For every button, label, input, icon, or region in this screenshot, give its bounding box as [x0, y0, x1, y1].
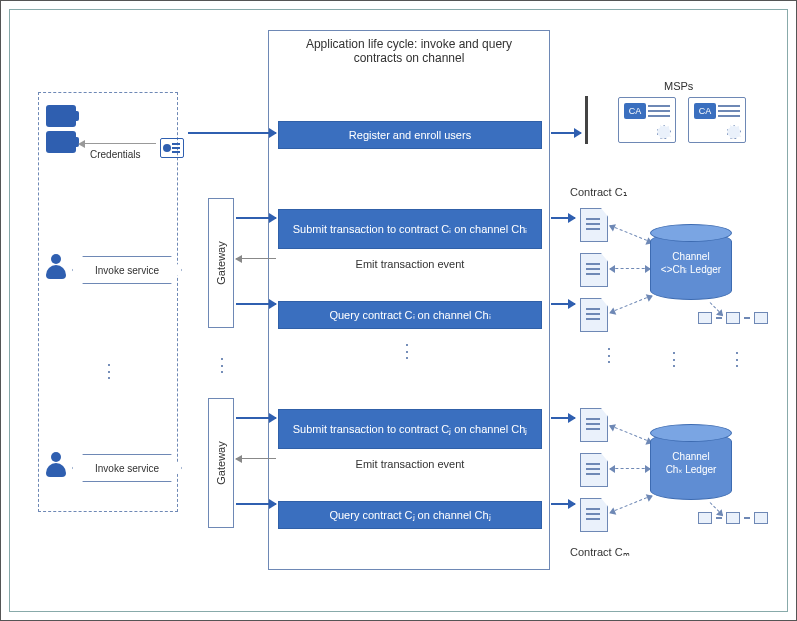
msp-bracket	[585, 96, 588, 144]
lifecycle-box: Application life cycle: invoke and query…	[268, 30, 550, 570]
arrow-icon	[551, 303, 575, 305]
wallet-icons	[46, 105, 76, 157]
msp-label: MSPs	[664, 80, 693, 92]
dashed-connector	[610, 425, 652, 443]
dashed-connector	[610, 295, 652, 313]
arrow-icon	[188, 132, 276, 134]
arrow-icon	[236, 417, 276, 419]
lifecycle-title: Application life cycle: invoke and query…	[269, 31, 549, 75]
contract-doc-icon	[580, 408, 608, 442]
gateway-box: Gateway	[208, 398, 234, 528]
user-icon	[46, 254, 66, 282]
contract-cm-label: Contract Cₘ	[570, 546, 630, 559]
wallet-icon	[46, 105, 76, 127]
seal-icon	[657, 125, 671, 139]
wallet-icon	[46, 131, 76, 153]
dashed-connector	[610, 468, 650, 469]
ledger-line1: Channel	[672, 451, 709, 462]
step-submit-tx-1: Submit transaction to contract Cᵢ on cha…	[278, 209, 542, 249]
dashed-connector	[610, 495, 652, 513]
contract-doc-icon	[580, 498, 608, 532]
credentials-arrow	[84, 143, 156, 144]
invoke-service-arrow: Invoke service	[72, 256, 182, 284]
credentials-arrow-head	[78, 140, 85, 148]
ca-badge: CA	[694, 103, 716, 119]
ellipsis-icon: ⋮	[213, 354, 233, 376]
ledger-line1: Channel	[672, 251, 709, 262]
arrow-icon	[236, 458, 276, 459]
contract-doc-icon	[580, 253, 608, 287]
arrow-icon	[236, 217, 276, 219]
channel-ledger-1: Channel<>Chᵢ Ledger	[650, 232, 732, 300]
invoke-label: Invoke service	[95, 265, 159, 276]
arrow-icon	[551, 132, 581, 134]
blockchain-icon	[698, 312, 768, 324]
ellipsis-icon: ⋮	[398, 340, 418, 362]
step-query-2: Query contract Cⱼ on channel Chⱼ	[278, 501, 542, 529]
emit-event-label-2: Emit transaction event	[278, 458, 542, 470]
gateway-box: Gateway	[208, 198, 234, 328]
ellipsis-icon: ⋮	[665, 348, 685, 370]
ellipsis-icon: ⋮	[728, 348, 748, 370]
gateway-label: Gateway	[215, 441, 227, 484]
ca-badge: CA	[624, 103, 646, 119]
arrow-icon	[236, 503, 276, 505]
id-card-icon	[160, 138, 184, 158]
step-query-1: Query contract Cᵢ on channel Chᵢ	[278, 301, 542, 329]
diagram-canvas: Credentials Invoke service ⋮ Invoke serv…	[9, 9, 788, 612]
dashed-connector	[610, 225, 652, 243]
gateway-label: Gateway	[215, 241, 227, 284]
user-icon	[46, 452, 66, 480]
arrow-icon	[551, 503, 575, 505]
arrow-icon	[236, 303, 276, 305]
msp-card: CA	[688, 97, 746, 143]
seal-icon	[727, 125, 741, 139]
dashed-connector	[610, 268, 650, 269]
step-submit-tx-2: Submit transaction to contract Cⱼ on cha…	[278, 409, 542, 449]
channel-ledger-2: ChannelChₓ Ledger	[650, 432, 732, 500]
arrow-icon	[236, 258, 276, 259]
contract-doc-icon	[580, 453, 608, 487]
ledger-line2: Chₓ Ledger	[666, 464, 717, 475]
msp-card: CA	[618, 97, 676, 143]
contract-c1-label: Contract C₁	[570, 186, 627, 199]
contract-doc-icon	[580, 298, 608, 332]
emit-event-label-1: Emit transaction event	[278, 258, 542, 270]
credentials-label: Credentials	[90, 149, 141, 160]
contract-doc-icon	[580, 208, 608, 242]
arrow-icon	[551, 217, 575, 219]
ledger-line2: Chᵢ Ledger	[672, 264, 721, 275]
arrow-icon	[551, 417, 575, 419]
blockchain-icon	[698, 512, 768, 524]
invoke-service-arrow: Invoke service	[72, 454, 182, 482]
ellipsis-icon: ⋮	[100, 360, 120, 382]
ellipsis-icon: ⋮	[600, 344, 620, 366]
invoke-label: Invoke service	[95, 463, 159, 474]
step-register: Register and enroll users	[278, 121, 542, 149]
